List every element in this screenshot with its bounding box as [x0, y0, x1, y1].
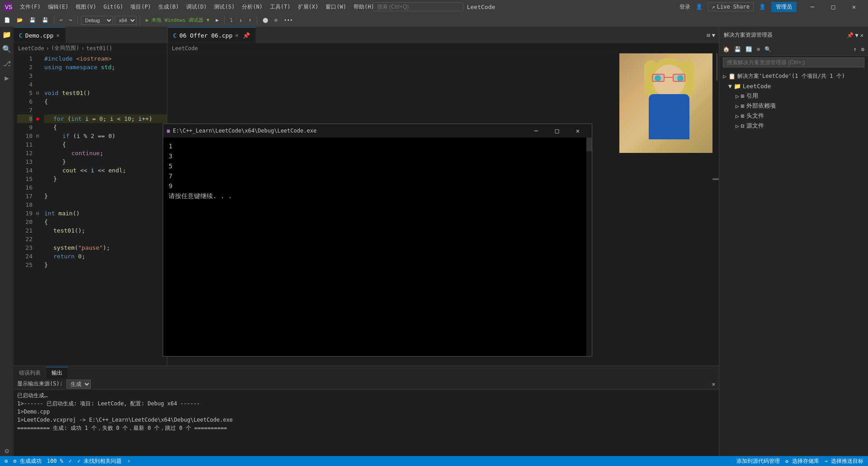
menu-debug[interactable]: 调试(D) — [184, 2, 210, 12]
sidebar-title-actions: 📌 ▼ ✕ — [847, 32, 863, 38]
right-breadcrumb: LeetCode — [167, 43, 719, 53]
open-file-btn[interactable]: 📂 — [14, 16, 25, 24]
more-btn[interactable]: ••• — [282, 16, 295, 24]
status-right: 添加到源代码管理 ♻ 选择存储库 → 选择推送目标 — [736, 457, 863, 465]
tree-refs[interactable]: ▷ ⊞ 引用 — [719, 91, 868, 101]
tab-close-offer[interactable]: ✕ — [235, 32, 238, 38]
tree-project-label: LeetCode — [743, 83, 771, 90]
clear-output-icon[interactable]: ✕ — [712, 381, 715, 387]
sidebar-close-icon[interactable]: ✕ — [860, 32, 863, 38]
continue-btn[interactable]: ▶ — [213, 16, 221, 24]
sep1 — [54, 16, 54, 25]
tree-sources[interactable]: ▷ ⊟ 源文件 — [719, 121, 868, 131]
close-button[interactable]: ✕ — [844, 0, 864, 14]
sidebar-btn-refresh[interactable]: 🔄 — [744, 45, 754, 53]
step-over-btn[interactable]: ⤵ — [228, 16, 235, 24]
menu-extensions[interactable]: 扩展(X) — [295, 2, 321, 12]
menu-analyze[interactable]: 分析(N) — [239, 2, 265, 12]
tree-project[interactable]: ▼ 📁 LeetCode — [719, 81, 868, 91]
maximize-button[interactable]: □ — [823, 0, 844, 14]
liveshare-button[interactable]: ↗ Live Share — [708, 2, 754, 11]
console-content[interactable]: 1 3 5 7 9 请按任意键继续. . . — [163, 138, 586, 356]
redo-btn[interactable]: ↪ — [67, 16, 75, 24]
tab-errors[interactable]: 错误列表 — [14, 367, 46, 379]
console-maximize[interactable]: □ — [547, 124, 567, 138]
console-scrollbar[interactable] — [586, 138, 592, 356]
tree-headers[interactable]: ▷ ⊞ 头文件 — [719, 111, 868, 121]
arch-dropdown[interactable]: x64 x86 — [115, 16, 137, 25]
menu-test[interactable]: 测试(S) — [211, 2, 237, 12]
status-chevron[interactable]: › — [127, 458, 131, 464]
search-icon[interactable]: 🔍 — [1, 43, 12, 54]
sidebar-btn-save[interactable]: 💾 — [732, 45, 743, 53]
start-debug-btn[interactable]: ▶ 本地 Windows 调试器 ▼ — [143, 16, 212, 24]
output-line-1: 已启动生成… — [17, 391, 715, 399]
toolbar: 📄 📂 💾 💾 ↩ ↪ Debug Release x64 x86 ▶ 本地 W… — [0, 14, 868, 27]
status-zoom[interactable]: 100 % — [47, 458, 63, 464]
sidebar-title-bar: 解决方案资源管理器 📌 ▼ ✕ — [719, 27, 868, 43]
menu-view[interactable]: 视图(V) — [73, 2, 99, 12]
tree-ext-deps[interactable]: ▷ ⊞ 外部依赖项 — [719, 101, 868, 111]
console-close[interactable]: ✕ — [567, 124, 588, 138]
run-icon[interactable]: ▶ — [1, 72, 12, 83]
select-push-target[interactable]: → 选择推送目标 — [825, 457, 863, 465]
tab-bar-actions: ⊟ ▼ — [707, 27, 719, 43]
sidebar-btn-home[interactable]: 🏠 — [721, 45, 731, 53]
debug-config-dropdown[interactable]: Debug Release — [81, 16, 113, 25]
step-into-btn[interactable]: ↓ — [237, 16, 245, 24]
admin-button[interactable]: 管理员 — [771, 2, 797, 12]
breadcrumb-scope[interactable]: (全局范围) — [51, 44, 79, 52]
left-breadcrumb: LeetCode › (全局范围) › test01() — [14, 43, 167, 53]
login-label[interactable]: 登录 — [679, 3, 690, 11]
menu-project[interactable]: 项目(P) — [127, 2, 154, 12]
menu-file[interactable]: 文件(F) — [17, 2, 43, 12]
tree-solution[interactable]: ▷ 📋 解决方案'LeetCode'(1 个项目/共 1 个) — [719, 71, 868, 81]
menu-git[interactable]: Git(G) — [101, 3, 126, 11]
menu-build[interactable]: 生成(B) — [156, 2, 182, 12]
tab-bars: C Demo.cpp ✕ C 06 Offer 06.cpp ✕ 📌 ⊟ ▼ — [14, 27, 719, 43]
global-search-input[interactable] — [373, 2, 463, 11]
save-all-btn[interactable]: 💾 — [40, 16, 51, 24]
split-editor-icon[interactable]: ⊟ — [707, 32, 710, 38]
menu-edit[interactable]: 编辑(E) — [45, 2, 71, 12]
menu-tools[interactable]: 工具(T) — [267, 2, 293, 12]
sidebar-more-icon[interactable]: ▼ — [855, 32, 859, 38]
tab-offer06-cpp[interactable]: C 06 Offer 06.cpp ✕ 📌 — [168, 27, 256, 43]
menu-window[interactable]: 窗口(W) — [323, 2, 349, 12]
select-repo[interactable]: ♻ 选择存储库 — [785, 457, 819, 465]
console-minimize[interactable]: ─ — [526, 124, 547, 138]
breakpoint-btn[interactable]: ⬤ — [260, 16, 270, 24]
tab-close-demo[interactable]: ✕ — [56, 32, 59, 38]
tab-demo-cpp[interactable]: C Demo.cpp ✕ — [14, 27, 66, 43]
tree-headers-chevron: ▷ — [736, 113, 739, 119]
extensions-icon[interactable]: ⚙ — [1, 445, 12, 456]
sidebar-search-input[interactable] — [723, 57, 864, 67]
sidebar-pin-icon[interactable]: 📌 — [847, 32, 854, 38]
del-breakpoint-btn[interactable]: ⊘ — [272, 16, 280, 24]
sidebar-btn-collapse-all[interactable]: ↑ — [852, 45, 859, 53]
right-editor-scrollbar[interactable]: ─ — [712, 53, 719, 366]
solution-explorer: 解决方案资源管理器 📌 ▼ ✕ 🏠 💾 🔄 ⊙ 🔍 ↑ ⚙ ▷ 📋 解决 — [719, 27, 868, 456]
git-icon[interactable]: ⎇ — [1, 58, 12, 69]
breadcrumb-func[interactable]: test01() — [86, 45, 113, 52]
console-title-bar: ▣ E:\C++_Learn\LeetCode\x64\Debug\LeetCo… — [163, 124, 592, 138]
left-tab-bar: C Demo.cpp ✕ — [14, 27, 167, 43]
tab-output[interactable]: 输出 — [46, 367, 68, 379]
explorer-icon[interactable]: 📁 — [1, 29, 12, 40]
sidebar-btn-stop[interactable]: ⊙ — [755, 45, 762, 53]
minimize-button[interactable]: ─ — [802, 0, 823, 14]
tree-extdeps-icon: ⊞ — [741, 103, 745, 109]
output-source-select[interactable]: 生成 — [66, 380, 91, 389]
code-content[interactable]: #include <iostream> using namespace std;… — [42, 53, 167, 366]
tree-headers-label: 头文件 — [746, 112, 764, 120]
save-btn[interactable]: 💾 — [27, 16, 38, 24]
new-file-btn[interactable]: 📄 — [2, 16, 13, 24]
undo-btn[interactable]: ↩ — [57, 16, 65, 24]
add-source-control[interactable]: 添加到源代码管理 — [736, 457, 780, 465]
sidebar-search-area — [719, 56, 868, 69]
tab-scroll-right[interactable]: ▼ — [712, 32, 715, 38]
sidebar-btn-props[interactable]: ⚙ — [859, 45, 866, 53]
tab-pin-icon[interactable]: 📌 — [243, 32, 250, 39]
step-out-btn[interactable]: ↑ — [246, 16, 254, 24]
sidebar-btn-filter[interactable]: 🔍 — [763, 45, 773, 53]
